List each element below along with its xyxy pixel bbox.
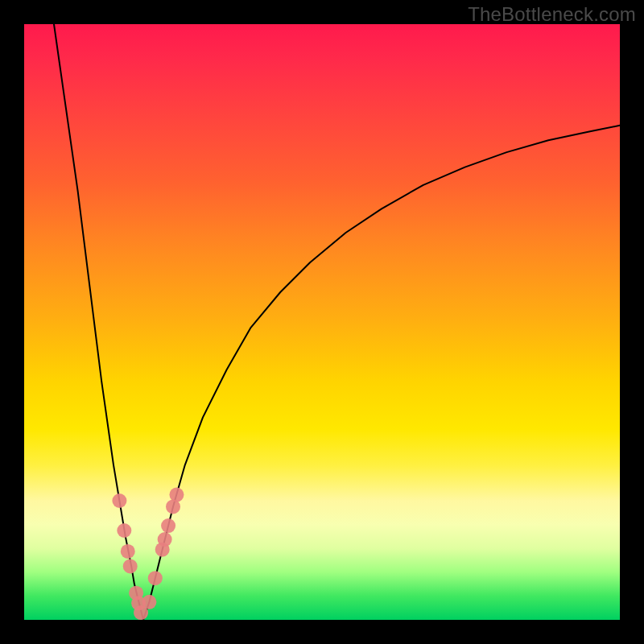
svg-point-13	[169, 488, 184, 502]
markers-right	[142, 488, 184, 609]
svg-point-11	[161, 518, 175, 533]
svg-point-1	[117, 523, 131, 538]
svg-point-3	[123, 559, 138, 573]
svg-point-8	[148, 571, 163, 585]
svg-point-7	[142, 595, 156, 609]
chart-frame: TheBottleneck.com	[0, 0, 644, 644]
curve-right	[143, 126, 620, 620]
watermark-text: TheBottleneck.com	[468, 3, 636, 26]
plot-area	[24, 24, 620, 620]
svg-point-2	[121, 544, 135, 559]
svg-point-0	[112, 493, 126, 508]
svg-point-10	[158, 532, 172, 547]
chart-svg	[24, 24, 620, 620]
